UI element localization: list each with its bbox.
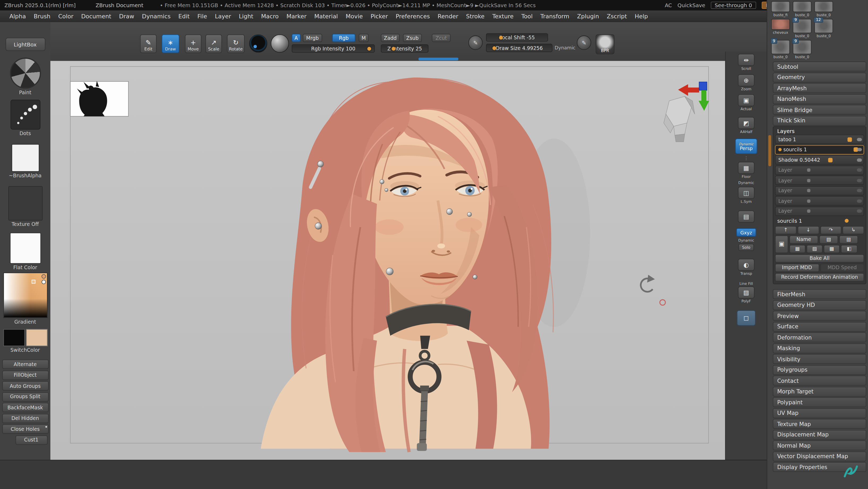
stylus-pressure-button-2[interactable]: ✎	[577, 35, 591, 50]
subtool-thumb-col[interactable]: cheveux	[771, 19, 790, 38]
focal-shift-handle[interactable]	[499, 35, 503, 39]
rotate-button[interactable]: ↻ Rotate	[227, 34, 245, 53]
menu-color[interactable]: Color	[54, 13, 77, 19]
material-flat-thumbnail[interactable]	[10, 233, 41, 264]
layer-row-tatoo[interactable]: tatoo 1	[775, 135, 864, 144]
section-fibermesh[interactable]: FiberMesh	[773, 289, 866, 299]
menu-dynamics[interactable]: Dynamics	[138, 13, 175, 19]
layer-tool-button-2[interactable]: ▨	[806, 244, 823, 253]
section-polygroups[interactable]: Polygroups	[773, 365, 866, 375]
menu-stroke[interactable]: Stroke	[462, 13, 488, 19]
menu-alpha[interactable]: Alpha	[6, 13, 30, 19]
dynamic-mode-label[interactable]: Dynamic	[555, 45, 576, 51]
see-through-slider[interactable]: See-through 0	[711, 2, 756, 9]
see-through-icon-button[interactable]: ▤	[738, 210, 755, 223]
section-geometry[interactable]: Geometry	[773, 72, 866, 82]
section-polypaint[interactable]: Polypaint	[773, 397, 866, 407]
floor-button[interactable]: ▦ Floor	[738, 162, 755, 179]
layer-slider-handle[interactable]	[807, 199, 811, 203]
record-deformation-button[interactable]: Record Deformation Animation	[775, 273, 864, 281]
layers-header[interactable]: Layers	[775, 127, 864, 135]
layer-new-button[interactable]: ▣	[775, 235, 788, 253]
layer-name-button[interactable]: Name	[789, 235, 818, 243]
menu-draw[interactable]: Draw	[115, 13, 138, 19]
rgb-button[interactable]: Rgb	[332, 34, 355, 42]
section-uv-map[interactable]: UV Map	[773, 408, 866, 418]
section-geometry-hd[interactable]: Geometry HD	[773, 300, 866, 310]
aahalf-button[interactable]: ◩ AAHalf	[738, 117, 755, 134]
move-button[interactable]: + Move	[185, 34, 202, 53]
groups-split-button[interactable]: Groups Split	[2, 392, 48, 401]
layer-row-empty[interactable]: Layer	[775, 165, 864, 175]
alt-color-swatch[interactable]	[26, 329, 47, 346]
section-visibility[interactable]: Visibility	[773, 354, 866, 364]
layer-up-button[interactable]: ↑	[775, 226, 796, 234]
section-vector-displacement-map[interactable]: Vector Displacement Map	[773, 451, 866, 461]
perspective-button[interactable]: Dynamic Persp	[735, 139, 757, 154]
active-color-dot[interactable]	[41, 274, 45, 279]
layer-row-empty[interactable]: Layer	[775, 175, 864, 185]
layer-slider-handle[interactable]	[847, 137, 852, 142]
anchor-toggle[interactable]: A	[292, 34, 301, 42]
stroke-thumbnail[interactable]	[10, 100, 40, 130]
z-intensity-slider[interactable]: Z Intensity 25	[381, 44, 428, 53]
local-symmetry-button[interactable]: ◫ L.Sym	[738, 186, 755, 204]
cust1-button[interactable]: Cust1	[15, 435, 47, 444]
zoom-tool[interactable]: ⊕ Zoom	[738, 74, 755, 92]
close-holes-button[interactable]: Close Holes	[2, 424, 48, 433]
section-normal-map[interactable]: Normal Map	[773, 440, 866, 451]
layer-eye-icon[interactable]	[857, 148, 862, 151]
menu-tool[interactable]: Tool	[518, 13, 537, 19]
draw-size-slider[interactable]: Draw Size 4.99256	[486, 44, 552, 52]
layer-row-empty[interactable]: Layer	[775, 196, 864, 205]
layer-down-button[interactable]: ↓	[798, 226, 819, 234]
layer-paste-button[interactable]: ▥	[839, 235, 858, 243]
draw-button[interactable]: ∗ Draw	[161, 34, 179, 53]
alternate-button[interactable]: Alternate	[2, 359, 48, 369]
menu-file[interactable]: File	[193, 13, 211, 19]
layer-row-empty[interactable]: Layer	[775, 206, 864, 215]
draw-size-handle[interactable]	[492, 46, 496, 50]
layer-eye-icon[interactable]	[857, 179, 862, 182]
section-deformation[interactable]: Deformation	[773, 333, 866, 342]
layer-slider-handle[interactable]	[807, 168, 811, 172]
section-contact[interactable]: Contact	[773, 376, 866, 386]
menu-texture[interactable]: Texture	[488, 13, 517, 19]
menu-layer[interactable]: Layer	[211, 13, 235, 19]
section-texture-map[interactable]: Texture Map	[773, 419, 866, 429]
backfacemask-button[interactable]: BackfaceMask	[2, 403, 48, 412]
gxyz-button[interactable]: Gxyz	[736, 228, 756, 236]
main-color-swatch[interactable]	[3, 329, 24, 346]
alpha-thumbnail[interactable]	[11, 144, 39, 172]
subtool-thumb-col[interactable]: buste_0	[814, 1, 834, 17]
texture-thumbnail[interactable]	[8, 186, 42, 220]
layer-row-empty[interactable]: Layer	[775, 186, 864, 195]
menu-picker[interactable]: Picker	[367, 13, 392, 19]
edit-button[interactable]: ✎ Edit	[140, 34, 157, 53]
section-preview[interactable]: Preview	[773, 311, 866, 321]
menu-transform[interactable]: Transform	[536, 13, 573, 19]
layer-eye-icon[interactable]	[857, 209, 862, 213]
zadd-button[interactable]: Zadd	[381, 34, 400, 42]
layer-eye-icon[interactable]	[857, 189, 862, 193]
color-picker[interactable]	[3, 272, 47, 318]
menu-help[interactable]: Help	[631, 13, 652, 19]
z-intensity-handle[interactable]	[392, 47, 396, 51]
focal-shift-slider[interactable]: Focal Shift -55	[486, 33, 548, 41]
layer-tool-button-1[interactable]: ▦	[789, 244, 806, 253]
secondary-color-dot[interactable]	[41, 280, 45, 284]
scroll-tool[interactable]: ⇹ Scroll	[738, 54, 755, 71]
del-hidden-button[interactable]: Del Hidden	[2, 413, 48, 423]
menu-edit[interactable]: Edit	[175, 13, 194, 19]
mrgb-button[interactable]: Mrgb	[303, 34, 322, 42]
section-masking[interactable]: Masking	[773, 343, 866, 353]
transp-button[interactable]: ◐ Transp	[738, 259, 755, 276]
solo-button[interactable]: Solo	[739, 244, 754, 251]
layer-tool-button-3[interactable]: ▩	[824, 244, 840, 253]
section-displacement-map[interactable]: Displacement Map	[773, 430, 866, 440]
menu-brush[interactable]: Brush	[30, 13, 54, 19]
scale-button[interactable]: ↗ Scale	[205, 34, 222, 53]
fillobject-button[interactable]: FillObject	[2, 370, 48, 380]
layer-split-button[interactable]: ↳	[842, 226, 864, 234]
layer-slider-handle[interactable]	[828, 158, 833, 162]
